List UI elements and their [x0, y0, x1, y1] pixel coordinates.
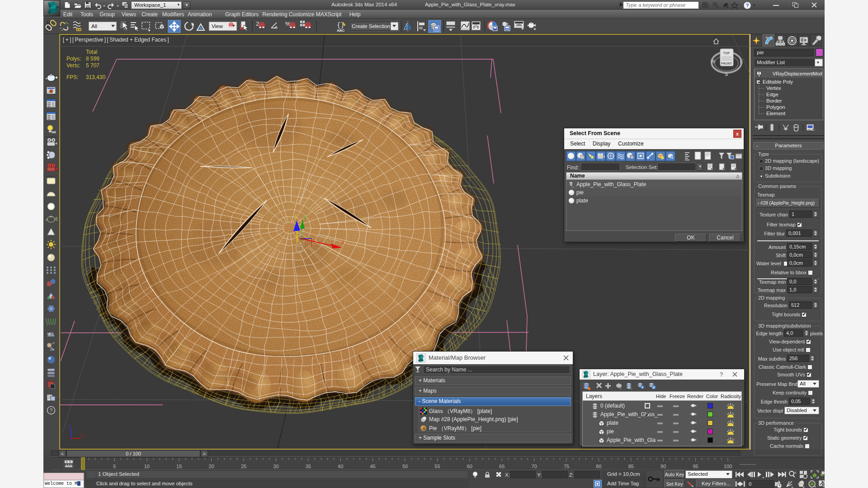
- svg-text:5: 5: [113, 464, 116, 469]
- svg-text:35: 35: [306, 464, 311, 469]
- svg-text:E: E: [740, 59, 743, 64]
- svg-text:30: 30: [273, 464, 278, 469]
- svg-text:x: x: [81, 433, 84, 438]
- svg-text:50: 50: [402, 464, 408, 469]
- svg-text:2: 2: [256, 20, 259, 27]
- svg-text:z: z: [294, 213, 297, 218]
- svg-text:Ox: Ox: [50, 348, 54, 351]
- svg-text:x: x: [342, 240, 344, 245]
- svg-text:90: 90: [660, 464, 666, 469]
- svg-text:80: 80: [596, 464, 601, 469]
- svg-text:100: 100: [724, 464, 732, 469]
- svg-text:View: View: [212, 23, 223, 29]
- svg-text:FRONT: FRONT: [721, 62, 732, 65]
- svg-text:55: 55: [434, 464, 440, 469]
- svg-text:y: y: [304, 214, 306, 219]
- svg-text:40: 40: [338, 464, 343, 469]
- svg-text:All: All: [91, 23, 97, 29]
- svg-text:S: S: [725, 71, 728, 77]
- svg-text:?: ?: [50, 408, 52, 413]
- svg-text:20: 20: [208, 464, 214, 469]
- svg-text:ABC: ABC: [337, 28, 345, 33]
- svg-text:HF: HF: [47, 332, 52, 335]
- svg-text:75: 75: [564, 464, 569, 469]
- svg-text:10: 10: [144, 464, 150, 469]
- svg-text:65: 65: [499, 464, 505, 469]
- svg-text:W: W: [711, 59, 715, 64]
- svg-text:45: 45: [370, 464, 375, 469]
- svg-text:?: ?: [746, 3, 749, 8]
- svg-text:70: 70: [531, 464, 537, 469]
- svg-text:TOP: TOP: [723, 52, 730, 55]
- svg-text:60: 60: [467, 464, 472, 469]
- svg-text:±: ±: [794, 470, 797, 474]
- svg-text:25: 25: [241, 464, 246, 469]
- svg-text:z: z: [69, 424, 71, 429]
- svg-text:95: 95: [693, 464, 698, 469]
- svg-text:15: 15: [176, 464, 182, 469]
- svg-text:85: 85: [628, 464, 634, 469]
- svg-text:0: 0: [749, 481, 751, 487]
